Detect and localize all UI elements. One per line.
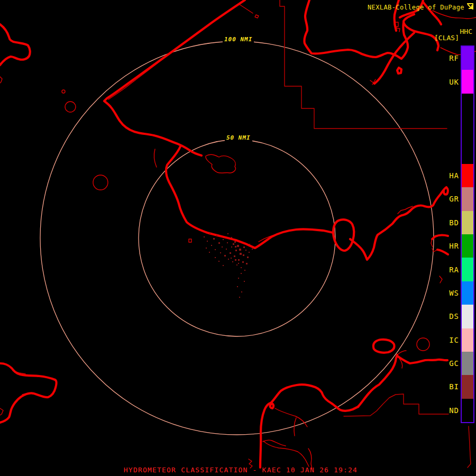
legend-swatch-bd xyxy=(462,211,473,234)
radar-map xyxy=(0,0,476,476)
legend-swatch-bi xyxy=(462,375,473,398)
legend-swatch-ws xyxy=(462,281,473,305)
legend-swatch-uk xyxy=(462,70,473,93)
legend-swatch-ic xyxy=(462,328,473,352)
legend-swatch-ds xyxy=(462,305,473,328)
product-tag-label: [CLAS] xyxy=(434,34,459,42)
legend-swatch-nd xyxy=(462,399,473,422)
legend-bar xyxy=(461,45,474,423)
ring-label-50nmi: 50 NMI xyxy=(225,134,252,142)
zone-boundaries xyxy=(280,0,471,468)
coastline xyxy=(0,0,448,468)
footer-title: HYDROMETEOR CLASSIFICATION - KAEC 10 JAN… xyxy=(124,466,358,474)
legend-bar-blocks xyxy=(462,47,473,422)
legend-swatch-hr xyxy=(462,234,473,258)
legend-swatch-ra xyxy=(462,258,473,281)
range-rings xyxy=(40,41,434,435)
legend-swatch-gap xyxy=(462,94,473,164)
legend-swatch-rf xyxy=(462,47,473,70)
legend-swatch-gr xyxy=(462,187,473,210)
terrain-speckles xyxy=(204,233,253,298)
header-source: NEXLAB-College of DuPage xyxy=(368,4,464,11)
coastline-detail xyxy=(0,4,476,469)
range-ring-100nmi xyxy=(40,41,434,435)
legend-swatch-gc xyxy=(462,352,473,375)
ring-label-100nmi: 100 NMI xyxy=(223,36,254,43)
range-ring-50nmi xyxy=(139,140,335,336)
radar-display: 100 NMI 50 NMI NEXLAB-College of DuPage … xyxy=(0,0,476,476)
product-code-label: HHC xyxy=(460,28,472,35)
legend-swatch-ha xyxy=(462,164,473,187)
corner-arrow-icon xyxy=(466,3,474,11)
